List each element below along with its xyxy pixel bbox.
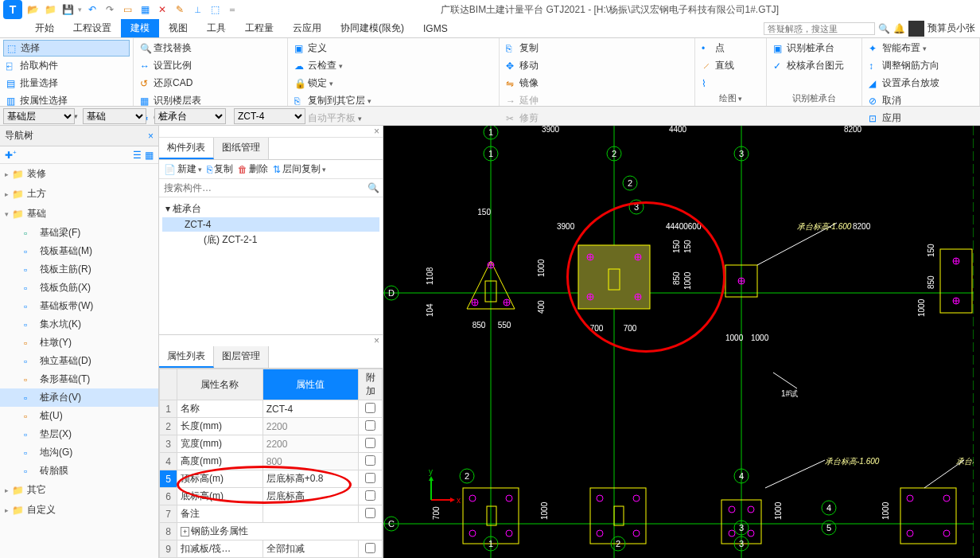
nav-item[interactable]: ▫垫层(X)	[0, 425, 158, 443]
set-slope-button[interactable]: ◢设置承台放坡	[865, 75, 976, 92]
mirror-button[interactable]: ⇋镜像	[503, 75, 691, 92]
prop-extra-checkbox[interactable]	[365, 420, 375, 431]
nav-item[interactable]: ▫基础板带(W)	[0, 297, 158, 315]
nav-grid-icon[interactable]: ▦	[145, 150, 154, 161]
cancel-button[interactable]: ⊘取消	[865, 92, 976, 109]
prop-extra-checkbox[interactable]	[365, 455, 375, 466]
prop-value-cell[interactable]: 层底标高	[262, 488, 358, 505]
model-viewport[interactable]: 1 3900 4400 8200 1 2 3 2 3 D C 850 550 1…	[383, 126, 980, 558]
point-button[interactable]: •点	[698, 40, 763, 57]
component-search-input[interactable]	[162, 181, 368, 195]
nav-category[interactable]: 📁其它	[0, 480, 158, 500]
qat-open-icon[interactable]: 📂	[25, 2, 40, 17]
qat-cube-icon[interactable]: ⬚	[208, 2, 222, 17]
line-button[interactable]: ⟋直线	[698, 57, 763, 74]
prop-extra-checkbox[interactable]	[365, 543, 375, 553]
panel-close-icon[interactable]: ×	[148, 131, 154, 142]
extend-button[interactable]: →延伸	[503, 92, 691, 109]
find-replace-button[interactable]: 🔍查找替换	[137, 40, 284, 57]
select-button[interactable]: ⬚选择	[3, 40, 130, 57]
tab-cloud[interactable]: 云应用	[283, 19, 331, 37]
qat-region-icon[interactable]: ▭	[120, 2, 134, 17]
nav-item[interactable]: ▫集水坑(K)	[0, 315, 158, 334]
qat-folder-icon[interactable]: 📁	[43, 2, 57, 17]
help-search-input[interactable]	[764, 22, 875, 35]
qat-tool2-icon[interactable]: ✕	[155, 2, 169, 17]
smart-layout-button[interactable]: ✦智能布置	[865, 40, 976, 57]
floor-copy-button[interactable]: ⇅层间复制	[273, 162, 326, 176]
tab-component-list[interactable]: 构件列表	[159, 138, 214, 159]
auto-align-button[interactable]: ≡自动平齐板	[291, 110, 496, 127]
tab-prop-list[interactable]: 属性列表	[159, 346, 214, 368]
prop-row[interactable]: 8+钢筋业务属性	[160, 523, 383, 540]
prop-row[interactable]: 5顶标高(m)层底标高+0.8	[160, 470, 383, 488]
nav-category[interactable]: 📁基础	[0, 204, 158, 224]
set-scale-button[interactable]: ↔设置比例	[137, 57, 284, 74]
qat-brush-icon[interactable]: ✎	[173, 2, 187, 17]
qat-ruler-icon[interactable]: ⟂	[190, 2, 204, 17]
adjust-bar-button[interactable]: ↕调整钢筋方向	[865, 57, 976, 74]
prop-extra-checkbox[interactable]	[365, 508, 375, 518]
qat-save-icon[interactable]: 💾	[60, 2, 75, 17]
trim-button[interactable]: ✂修剪	[503, 110, 691, 127]
panel-close-icon[interactable]: ×	[159, 126, 383, 138]
prop-row[interactable]: 3宽度(mm)2200	[160, 435, 383, 453]
avatar[interactable]	[908, 21, 924, 37]
nav-category[interactable]: 📁自定义	[0, 500, 158, 520]
major-select[interactable]: 基础	[83, 108, 146, 124]
prop-value-cell[interactable]: ZCT-4	[262, 400, 358, 418]
prop-row[interactable]: 1名称ZCT-4	[160, 400, 383, 418]
group-draw-label[interactable]: 绘图	[698, 92, 763, 104]
bell-icon[interactable]: 🔔	[893, 23, 905, 34]
cloud-check-button[interactable]: ☁云检查	[291, 57, 496, 74]
tab-layer-mgmt[interactable]: 图层管理	[214, 346, 269, 368]
tab-project-settings[interactable]: 工程设置	[64, 19, 121, 37]
nav-add-icon[interactable]: ✚+	[5, 149, 17, 161]
define-button[interactable]: ▣定义	[291, 40, 496, 57]
prop-value-cell[interactable]: 全部扣减	[262, 540, 358, 558]
component-select[interactable]: ZCT-4	[234, 108, 305, 124]
prop-row[interactable]: 2长度(mm)2200	[160, 418, 383, 435]
apply-button[interactable]: ⊡应用	[865, 110, 976, 127]
prop-row[interactable]: 9扣减板/筏…全部扣减	[160, 540, 383, 558]
verify-pile-button[interactable]: ✓校核承台图元	[770, 57, 858, 74]
prop-row[interactable]: 6底标高(m)层底标高	[160, 488, 383, 505]
nav-item[interactable]: ▫条形基础(T)	[0, 370, 158, 388]
restore-cad-button[interactable]: ↺还原CAD	[137, 75, 284, 92]
search-icon[interactable]: 🔍	[878, 23, 890, 34]
floor-select[interactable]: 基础层	[3, 108, 75, 124]
nav-item[interactable]: ▫柱墩(Y)	[0, 334, 158, 352]
tab-drawing-mgmt[interactable]: 图纸管理	[214, 138, 269, 159]
search-icon[interactable]: 🔍	[368, 182, 379, 193]
tab-model[interactable]: 建模	[121, 19, 159, 37]
move-button[interactable]: ✥移动	[503, 57, 691, 74]
prop-value-cell[interactable]: 800	[262, 453, 358, 470]
comp-tree-item-selected[interactable]: ZCT-4	[162, 217, 379, 232]
nav-item[interactable]: ▫独立基础(D)	[0, 352, 158, 370]
prop-extra-checkbox[interactable]	[365, 438, 375, 448]
pick-component-button[interactable]: ⍇拾取构件	[3, 57, 130, 74]
recog-pile-button[interactable]: ▣识别桩承台	[770, 40, 858, 57]
tab-tools[interactable]: 工具	[197, 19, 235, 37]
tab-quantity[interactable]: 工程量	[235, 19, 283, 37]
prop-row[interactable]: 4高度(mm)800	[160, 453, 383, 470]
nav-item[interactable]: ▫桩承台(V)	[0, 388, 158, 407]
type-select[interactable]: 桩承台	[154, 108, 226, 124]
nav-category[interactable]: 📁土方	[0, 184, 158, 204]
qat-undo-icon[interactable]: ↶	[85, 2, 99, 17]
nav-item[interactable]: ▫筏板基础(M)	[0, 242, 158, 260]
col-extra-header[interactable]: 附加	[359, 369, 383, 400]
draw-tool-button[interactable]: ⌇	[698, 75, 763, 92]
comp-tree-root[interactable]: ▾ 桩承台	[162, 201, 379, 217]
prop-value-cell[interactable]: 2200	[262, 435, 358, 453]
prop-extra-checkbox[interactable]	[365, 490, 375, 501]
qat-more-icon[interactable]: ＝	[225, 2, 239, 17]
nav-item[interactable]: ▫筏板主筋(R)	[0, 260, 158, 279]
nav-item[interactable]: ▫地沟(G)	[0, 443, 158, 462]
nav-category[interactable]: 📁装修	[0, 164, 158, 184]
prop-value-cell[interactable]: 2200	[262, 418, 358, 435]
tab-igms[interactable]: IGMS	[414, 21, 457, 37]
tab-collab[interactable]: 协同建模(限免)	[331, 19, 414, 37]
comp-tree-item[interactable]: (底) ZCT-2-1	[162, 232, 379, 248]
batch-select-button[interactable]: ▤批量选择	[3, 75, 130, 92]
